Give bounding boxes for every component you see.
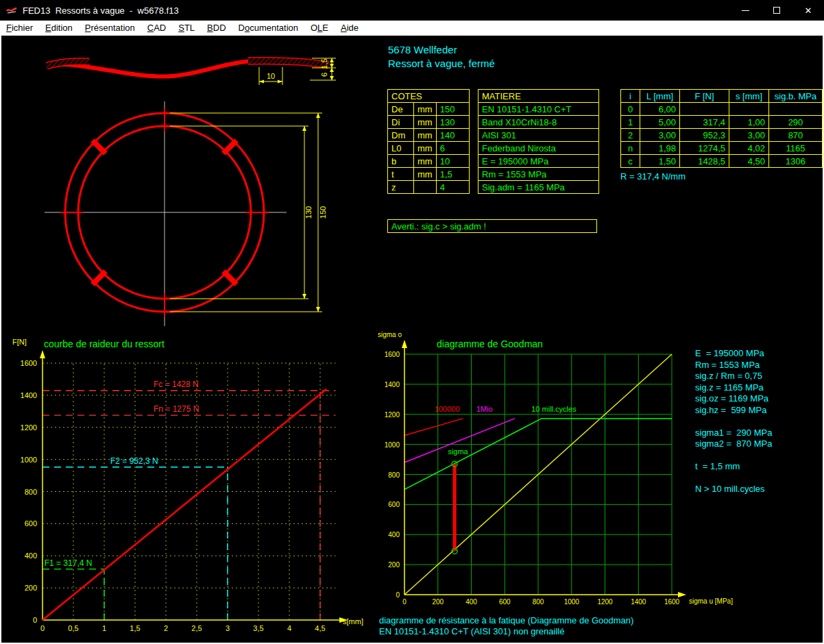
info-line: [695, 450, 772, 462]
menu-presentation[interactable]: Présentation: [79, 21, 141, 36]
cell: mm: [414, 103, 437, 116]
cell: 1,00: [729, 116, 769, 129]
table-row: E = 195000 MPa: [478, 155, 599, 168]
x-axis-label: s[mm]: [343, 617, 363, 626]
dim-inner-dia-label: 130: [304, 206, 313, 219]
window-title: FED13 Ressorts à vague - w5678.f13: [23, 5, 179, 16]
menu-fichier[interactable]: Fichier: [0, 21, 39, 36]
top-view-ring: [45, 101, 287, 326]
menu-documentation[interactable]: Documentation: [232, 21, 304, 36]
tick-label: 600: [388, 501, 400, 508]
results-table: iL [mm]F [N]s [mm]sig.b. MPa06,0015,0031…: [620, 89, 823, 168]
window-controls: ✕: [729, 0, 824, 21]
tick-label: 200: [432, 598, 444, 606]
table-row: 23,00952,33,00870: [621, 129, 823, 142]
cell: 1428,5: [680, 155, 729, 168]
info-panel: E = 195000 MPaRm = 1553 MPasig.z / Rm = …: [695, 348, 772, 495]
table-row: Federband Nirosta: [478, 142, 599, 155]
cell: 140: [436, 129, 469, 142]
guide-label: F2 = 952,3 N: [110, 456, 158, 466]
cell: 1274,5: [680, 142, 729, 155]
tick-label: 4,5: [315, 624, 325, 632]
cell: n: [621, 142, 640, 155]
cell: Band X10CrNi18-8: [478, 116, 599, 129]
cell: 4,02: [729, 142, 769, 155]
info-line: sigma1 = 290 MPa: [695, 428, 772, 439]
tick-label: 800: [25, 488, 37, 496]
cell: 130: [436, 116, 469, 129]
cell: b: [388, 155, 414, 168]
column-header: sig.b. MPa: [769, 90, 823, 103]
menu-ole[interactable]: OLE: [304, 21, 335, 36]
tick-label: 1000: [564, 598, 580, 606]
cell: 6: [436, 142, 469, 155]
tick-label: 3: [226, 624, 230, 632]
y-axis-arrow: [402, 340, 407, 348]
info-line: [695, 473, 772, 484]
column-header: s [mm]: [729, 90, 769, 103]
cell: 290: [769, 116, 823, 129]
tick-label: 4: [287, 624, 291, 632]
cell: E = 195000 MPa: [478, 155, 599, 168]
cell: 317,4: [680, 116, 729, 129]
cell: mm: [414, 155, 437, 168]
cell: Rm = 1553 MPa: [478, 168, 599, 181]
info-line: [695, 416, 772, 428]
cell: Dm: [388, 129, 414, 142]
cell: 870: [769, 129, 823, 142]
tick-label: 1400: [21, 391, 37, 399]
y-axis-label: F[N]: [12, 338, 27, 346]
tick-label: 0: [40, 624, 45, 632]
footer-line2: EN 10151-1.4310 C+T (AISI 301) non grena…: [379, 626, 564, 636]
table-row: Band X10CrNi18-8: [478, 116, 599, 129]
tick-label: 3,5: [253, 624, 263, 632]
info-line: sig.hz = 599 MPa: [695, 405, 772, 417]
cell: Di: [388, 116, 414, 129]
tick-label: 1600: [664, 598, 680, 606]
guide-label: Fc = 1428 N: [154, 380, 199, 389]
tick-label: 400: [465, 598, 477, 606]
close-button[interactable]: ✕: [792, 0, 824, 21]
y-axis-arrow: [40, 350, 45, 358]
app-icon: [6, 5, 17, 15]
tick-label: 1400: [631, 598, 646, 606]
cell: EN 10151-1.4310 C+T: [478, 103, 599, 116]
info-line: sig.oz = 1169 MPa: [695, 393, 772, 405]
table-row: c1,501428,54,501306: [621, 155, 823, 168]
annotation: 10 mill.cycles: [531, 405, 577, 413]
cell: mm: [414, 116, 437, 129]
menu-edition[interactable]: Edition: [39, 21, 79, 36]
column-header: F [N]: [680, 90, 729, 103]
menu-cad[interactable]: CAD: [141, 21, 172, 36]
maximize-button[interactable]: [761, 0, 792, 21]
close-icon: ✕: [805, 6, 812, 15]
cell: 1306: [769, 155, 823, 168]
annotation: 100000: [435, 405, 460, 413]
info-line: t = 1,5 mm: [695, 461, 772, 473]
cell: 1,50: [640, 155, 680, 168]
menu-aide[interactable]: Aide: [335, 21, 365, 36]
tick-label: 600: [499, 598, 511, 606]
column-header: i: [621, 90, 640, 103]
info-line: sig.z / Rm = 0,75: [695, 371, 772, 382]
tick-label: 2,5: [191, 624, 202, 632]
tick-label: 600: [25, 519, 37, 528]
footer-line1: diagramme de résistance à la fatique (Di…: [379, 615, 633, 626]
table-row: iL [mm]F [N]s [mm]sig.b. MPa: [621, 90, 823, 103]
dim-thickness-label: 1,5: [320, 58, 328, 69]
cell: Sig.adm = 1165 MPa: [478, 181, 599, 194]
warning-box: Averti.: sig.c > sig.adm !: [387, 219, 597, 233]
minimize-button[interactable]: [729, 0, 761, 21]
table-row: EN 10151-1.4310 C+T: [478, 103, 599, 116]
cell: z: [388, 181, 414, 194]
table-row: L0mm6: [388, 142, 470, 155]
cell: 6,00: [640, 103, 680, 116]
table-row: z4: [388, 181, 470, 194]
tick-label: 200: [25, 584, 37, 592]
table-row: bmm10: [388, 155, 470, 168]
menu-stl[interactable]: STL: [172, 21, 201, 36]
cell: [414, 181, 437, 194]
goodman-xlabel: sigma u [MPa]: [689, 597, 733, 605]
menu-bdd[interactable]: BDD: [201, 21, 232, 36]
table-row: Demm150: [388, 103, 470, 116]
